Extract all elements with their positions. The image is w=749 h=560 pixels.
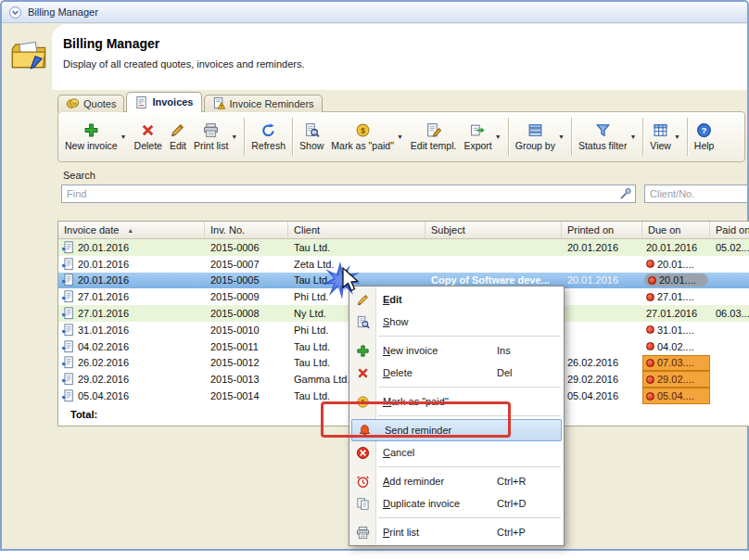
column-header-paid-on[interactable]: Paid on [710,222,749,238]
due-on-cell: 20.01.2016 [642,239,710,256]
menu-item-new-invoice[interactable]: New invoiceIns [349,339,564,362]
toolbar-separator [244,118,245,156]
menu-item-label: Delete [383,367,413,378]
column-header-label: Paid on [716,224,749,235]
toolbar-button-label: Edit templ. [411,140,457,151]
menu-shortcut: Ctrl+P [497,527,558,538]
context-menu: EditShowNew invoiceInsDeleteDel$Mark as … [349,286,565,546]
quotes-icon: % [66,96,80,110]
dropdown-arrow-icon[interactable]: ▼ [674,134,680,140]
overdue-dot-icon [646,293,654,301]
menu-item-cancel[interactable]: Cancel [349,441,564,464]
toolbar-button-edit[interactable]: Edit [166,115,190,159]
printed-on-cell [562,305,642,322]
toolbar-button-label: View [650,140,671,151]
column-header-label: Inv. No. [210,224,245,235]
paid-on: 06.03... [716,308,749,319]
show-icon [304,122,320,138]
inv-no: 2015-0006 [210,242,260,253]
export-icon [470,122,486,138]
toolbar-button-delete[interactable]: Delete [131,115,166,159]
dropdown-arrow-icon[interactable]: ▼ [629,134,636,140]
print-icon [349,526,376,540]
toolbar-button-show[interactable]: Show [296,115,327,159]
menu-item-print-list[interactable]: Print listCtrl+P [349,521,564,543]
dropdown-arrow-icon[interactable]: ▼ [121,134,127,140]
menu-item-mark-as-paid[interactable]: $Mark as "paid" [349,390,564,413]
tab-invoices[interactable]: Invoices [126,92,201,112]
dropdown-arrow-icon[interactable]: ▼ [397,134,403,140]
delete-icon [140,122,156,138]
tab-invoice-reminders[interactable]: Invoice Reminders [204,95,323,112]
page-subtitle: Display of all created quotes, invoices … [63,58,747,70]
table-row[interactable]: 20.01.20162015-0006Tau Ltd.20.01.201620.… [58,239,749,256]
client: Tau Ltd. [294,341,330,352]
menu-item-delete[interactable]: DeleteDel [349,362,564,384]
printed-on-cell [562,256,642,273]
column-header-label: Printed on [567,224,614,235]
invoice-document-icon [61,274,74,286]
column-header-subject[interactable]: Subject [425,222,562,238]
dropdown-arrow-icon[interactable]: ▼ [495,134,501,140]
new-invoice-icon [83,122,99,138]
toolbar-button-help[interactable]: ?Help [691,115,718,159]
column-header-client[interactable]: Client [288,222,425,238]
invoice-date-cell: 27.01.2016 [58,305,205,322]
menu-item-send-reminder[interactable]: Send reminder [351,419,562,441]
svg-text:?: ? [702,125,707,135]
printed-on: 29.02.2016 [567,374,618,385]
column-header-label: Due on [648,224,680,235]
toolbar-button-refresh[interactable]: Refresh [248,115,289,159]
refresh-icon [260,122,276,138]
dropdown-arrow-icon[interactable]: ▼ [558,134,565,140]
column-header-inv-no[interactable]: Inv. No. [205,222,288,238]
printed-on: 05.04.2016 [567,390,618,401]
edit-icon [170,122,185,138]
toolbar-button-label: Help [694,140,715,151]
due-on: 20.01.... [657,259,694,270]
menu-shortcut: Ins [497,345,558,356]
toolbar-button-edit-templ[interactable]: Edit templ. [407,115,461,159]
toolbar-button-group-by[interactable]: Group by▼ [512,115,568,159]
inv-no: 2015-0008 [210,308,260,319]
toolbar-button-print-list[interactable]: Print list▼ [190,115,241,159]
left-sidebar [2,24,52,549]
tab-quotes[interactable]: %Quotes [57,95,124,112]
dropdown-arrow-icon[interactable]: ▼ [231,134,237,140]
menu-item-show[interactable]: Show [349,311,564,333]
column-header-invoice-date[interactable]: Invoice date▲ [58,222,205,238]
paid-icon: $ [355,122,371,138]
toolbar-button-label: Group by [515,140,555,151]
menu-item-add-reminder[interactable]: Add reminderCtrl+R [349,470,564,492]
invoice-document-icon [61,389,74,402]
printed-on: 20.01.2016 [567,242,618,253]
invoice-document-icon [61,307,74,320]
toolbar-button-export[interactable]: Export▼ [460,115,504,159]
due-on-cell: 20.01.... [644,274,708,286]
menu-separator [378,517,561,518]
toolbar-button-new-invoice[interactable]: New invoice▼ [61,115,131,159]
table-row[interactable]: 20.01.20162015-0007Zeta Ltd.20.01.... [58,256,749,273]
menu-shortcut: Del [497,367,558,378]
inv-no-cell: 2015-0007 [205,256,288,273]
column-header-due-on[interactable]: Due on [642,222,710,238]
search-input[interactable] [61,185,636,203]
menu-item-label: Add reminder [383,476,444,487]
collapse-chevron-icon[interactable] [8,6,22,19]
toolbar-button-label: Edit [170,140,186,151]
inv-no: 2015-0011 [210,341,259,352]
inv-no: 2015-0007 [210,259,260,270]
search-options-icon[interactable] [619,187,632,200]
toolbar-button-content: View [650,122,671,151]
toolbar-button-mark-as-paid[interactable]: $Mark as "paid"▼ [327,115,407,159]
toolbar-button-label: Print list [194,140,228,151]
menu-separator [378,466,561,467]
client-filter-input[interactable] [644,185,748,203]
column-header-printed-on[interactable]: Printed on [562,222,642,238]
menu-item-duplicate-invoice[interactable]: Duplicate invoiceCtrl+D [349,492,564,515]
sort-ascending-icon: ▲ [127,227,133,234]
toolbar-button-view[interactable]: View▼ [646,115,684,159]
menu-item-edit[interactable]: Edit [349,288,564,311]
show-icon [349,315,376,329]
toolbar-button-status-filter[interactable]: Status filter▼ [575,115,640,159]
